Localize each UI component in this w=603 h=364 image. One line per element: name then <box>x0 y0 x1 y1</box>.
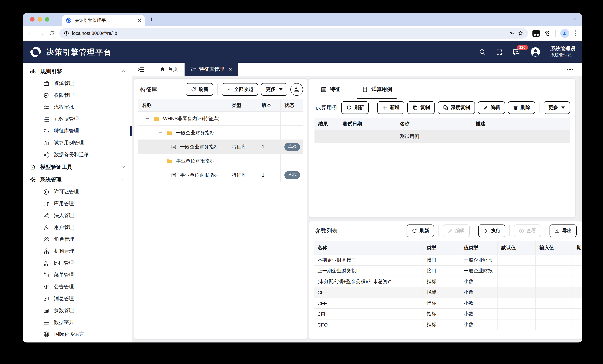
sidebar-item[interactable]: 参数管理 <box>23 305 132 317</box>
sidebar-item[interactable]: 角色管理 <box>23 233 132 245</box>
close-window-button[interactable] <box>30 17 35 22</box>
browser-profile-avatar[interactable] <box>560 29 569 38</box>
删除-button[interactable]: 删除 <box>508 101 535 114</box>
sidebar-item[interactable]: 法人管理 <box>23 210 132 222</box>
param-row[interactable]: 本期企业财务接口接口一般企业财报 <box>314 255 582 266</box>
eye-icon <box>519 228 524 234</box>
查看-button[interactable]: 查看 <box>514 225 541 237</box>
active-tab-label: 特征库管理 <box>199 66 224 73</box>
tree-row[interactable]: 一般企业财务指标 <box>138 126 303 140</box>
screenshot-stage: 决策引擎管理平台 ✕ + ← → localhost:8080/#/re/lib <box>0 0 603 364</box>
sidebar-item[interactable]: 机构管理 <box>23 245 132 257</box>
刷新-button[interactable]: 刷新 <box>186 83 213 96</box>
browser-menu-icon[interactable] <box>573 30 578 36</box>
全部收起-button[interactable]: 全部收起 <box>222 83 258 96</box>
sidebar-item[interactable]: 部门管理 <box>23 257 132 269</box>
刷新-button[interactable]: 刷新 <box>341 101 369 114</box>
tree-row[interactable]: 一般企业财务指标特征库1草稿 <box>138 140 303 154</box>
tree-row[interactable]: 事业单位财报指标 <box>138 154 303 168</box>
dark-extension-icon[interactable] <box>532 30 540 37</box>
sidebar-item[interactable]: 用户管理 <box>23 222 132 233</box>
复制-button[interactable]: 复制 <box>407 101 435 114</box>
sidebar-item-label: 数据字典 <box>54 319 74 326</box>
case-row[interactable]: 测试用例 <box>314 130 570 143</box>
刷新-button[interactable]: 刷新 <box>406 225 434 237</box>
share-nodes-icon <box>43 212 49 219</box>
app-window-icon <box>43 201 49 207</box>
messages-icon[interactable]: 120 <box>512 48 520 56</box>
tab-close-icon[interactable]: ✕ <box>137 18 141 23</box>
导出-button[interactable]: 导出 <box>550 225 577 237</box>
fullscreen-icon[interactable] <box>496 48 503 56</box>
tree-collapse-icon[interactable] <box>145 116 150 121</box>
sidebar-item[interactable]: 菜单管理 <box>23 269 132 281</box>
library-user-settings-button[interactable] <box>290 83 303 96</box>
tree-collapse-icon[interactable] <box>158 130 163 135</box>
tab-home[interactable]: 首页 <box>160 66 178 73</box>
new-tab-button[interactable]: + <box>150 16 153 23</box>
main-area: 首页 特征库管理 ✕ 特征库 刷新全部收起更多 <box>132 63 582 342</box>
更多-button[interactable]: 更多 <box>261 83 287 96</box>
编辑-button[interactable]: 编辑 <box>443 225 470 237</box>
sidebar-group-0[interactable]: 规则引擎 <box>23 65 132 78</box>
sidebar-item[interactable]: 公告管理 <box>23 281 132 293</box>
user-avatar[interactable] <box>530 46 541 57</box>
param-row[interactable]: CFI指标小数 <box>314 309 582 319</box>
browser-tab[interactable]: 决策引擎管理平台 ✕ <box>62 15 145 26</box>
sidebar-group-2[interactable]: 系统管理 <box>23 173 132 186</box>
type-cell: 指标 <box>423 319 460 330</box>
sidebar-group-label: 系统管理 <box>40 176 62 183</box>
password-key-icon[interactable] <box>509 30 514 36</box>
sidebar-item[interactable]: 流程审批 <box>23 101 132 113</box>
tab-close-icon[interactable]: ✕ <box>229 67 232 72</box>
reload-button[interactable] <box>49 30 55 36</box>
sidebar-item[interactable]: 消息管理 <box>23 293 132 305</box>
sidebar-group-1[interactable]: 模型验证工具 <box>23 161 132 173</box>
search-icon[interactable] <box>478 48 486 56</box>
param-row[interactable]: 上一期企业财务接口接口一般企业财报 <box>314 266 582 276</box>
tree-row[interactable]: 事业单位财报指标特征库1草稿 <box>138 168 303 182</box>
sidebar-item[interactable]: 特征库管理 <box>23 125 132 137</box>
tab-inactive[interactable]: 特征 <box>316 84 345 99</box>
sidebar-item[interactable]: 应用管理 <box>23 198 132 210</box>
新增-button[interactable]: 新增 <box>377 101 404 114</box>
type-cell <box>228 112 258 125</box>
sidebar-item[interactable]: 国际化多语言 <box>23 328 132 340</box>
tab-search-chevron-icon[interactable] <box>572 17 577 22</box>
tab-more-icon[interactable] <box>567 68 573 70</box>
list-123-icon: 123 <box>43 116 49 122</box>
param-row[interactable]: CFF指标小数 <box>314 298 582 309</box>
address-bar[interactable]: localhost:8080/#/re/lib <box>59 28 528 38</box>
sidebar-collapse-icon[interactable] <box>137 66 145 73</box>
tree-collapse-icon[interactable] <box>158 158 163 163</box>
button-label: 导出 <box>562 228 572 234</box>
user-info[interactable]: 系统管理员 系统管理员 <box>550 46 576 58</box>
param-row[interactable]: CFO指标小数 <box>314 319 582 330</box>
extensions-puzzle-icon[interactable] <box>544 30 551 36</box>
param-row[interactable]: CF指标小数 <box>314 287 582 298</box>
sidebar-item[interactable]: 数据备份和迁移 <box>23 149 132 161</box>
tab-active[interactable]: 试算用例 <box>357 84 396 99</box>
feature-doc-icon <box>171 172 177 178</box>
bookmark-star-icon[interactable] <box>517 30 523 36</box>
sidebar-item[interactable]: 试算用例管理 <box>23 137 132 149</box>
sidebar-item[interactable]: 数据字典 <box>23 317 132 328</box>
site-info-icon[interactable] <box>64 31 69 36</box>
sidebar-item[interactable]: 权限管理 <box>23 90 132 101</box>
zoom-window-button[interactable] <box>45 17 49 22</box>
button-label: 更多 <box>266 86 276 93</box>
sidebar-item[interactable]: 123元数据管理 <box>23 113 132 125</box>
sidebar-item[interactable]: 许可证管理 <box>23 186 132 198</box>
执行-button[interactable]: 执行 <box>478 225 505 237</box>
param-row[interactable]: (未分配利润+盈余公积)/年末总资产指标小数 <box>314 276 582 287</box>
更多-button[interactable]: 更多 <box>544 101 570 114</box>
编辑-button[interactable]: 编辑 <box>478 101 505 114</box>
back-button[interactable]: ← <box>27 30 34 37</box>
forward-button[interactable]: → <box>38 30 44 37</box>
sidebar-item[interactable]: 资源管理 <box>23 78 132 90</box>
minimize-window-button[interactable] <box>37 17 42 22</box>
tab-feature-library[interactable]: 特征库管理 ✕ <box>185 63 238 76</box>
button-label: 查看 <box>526 228 536 234</box>
tree-row[interactable]: WHNS非零售内评(特征库) <box>138 112 303 126</box>
深度复制-button[interactable]: 深度复制 <box>438 101 475 114</box>
